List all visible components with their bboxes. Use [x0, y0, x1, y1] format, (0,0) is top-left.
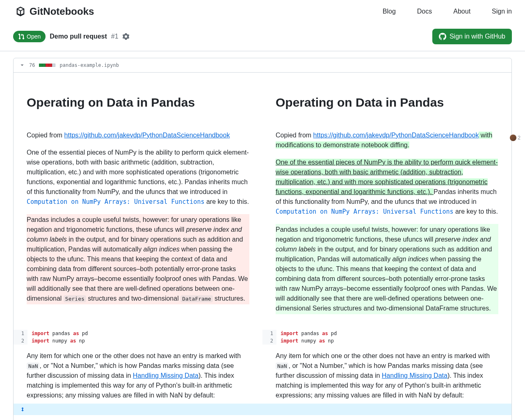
pr-title: Demo pull request [50, 33, 107, 40]
nav-about[interactable]: About [453, 8, 470, 15]
source-link-right[interactable]: https://github.com/jakevdp/PythonDataSci… [313, 132, 479, 139]
top-nav: Blog Docs About Sign in [383, 8, 512, 15]
added-block: Pandas includes a couple useful twists, … [276, 224, 498, 314]
open-label: Open [27, 33, 41, 40]
left-p3: Any item for which one or the other does… [14, 345, 262, 404]
file-header[interactable]: 76 pandas-example.ipynb [14, 58, 511, 73]
heading-left: Operating on Data in Pandas [27, 93, 249, 112]
signin-github-button[interactable]: Sign in with GitHub [432, 29, 512, 44]
brand-name: GitNotebooks [30, 6, 94, 17]
github-icon [439, 33, 446, 40]
gear-icon[interactable] [123, 33, 129, 40]
expand-hunk-row[interactable] [14, 404, 511, 415]
ufuncs-link-right[interactable]: Computation on NumPy Arrays: Universal F… [276, 208, 453, 215]
avatar-icon [510, 135, 516, 141]
file-card: 76 pandas-example.ipynb Operating on Dat… [13, 58, 512, 420]
git-pull-request-icon [18, 33, 25, 40]
heading-right: Operating on Data in Pandas [276, 93, 498, 112]
signin-github-label: Sign in with GitHub [450, 33, 505, 40]
comment-count: 2 [518, 134, 520, 142]
pr-open-badge: Open [13, 31, 46, 42]
ufuncs-link-left[interactable]: Computation on NumPy Arrays: Universal F… [27, 198, 204, 205]
missing-data-link-left[interactable]: Handling Missing Data [133, 372, 199, 379]
left-pane: Operating on Data in Pandas Copied from … [14, 73, 262, 330]
filename: pandas-example.ipynb [59, 62, 119, 68]
brand[interactable]: GitNotebooks [15, 6, 94, 17]
removed-block: Pandas includes a couple useful twists, … [27, 214, 249, 304]
pr-number: #1 [111, 33, 119, 40]
nav-blog[interactable]: Blog [383, 8, 396, 15]
brand-icon [15, 6, 26, 17]
expand-icon[interactable] [14, 404, 32, 415]
diff-stat-squares [39, 64, 55, 67]
chevron-down-icon [19, 62, 25, 68]
nav-signin[interactable]: Sign in [492, 8, 512, 15]
code-line-1: 1import pandas as pd 1import pandas as p… [14, 330, 511, 337]
missing-data-link-right[interactable]: Handling Missing Data [382, 372, 447, 379]
left-p4: If using NaN values is not the desired b… [14, 415, 262, 420]
right-pane: 2 Operating on Data in Pandas Copied fro… [262, 73, 511, 330]
code-line-2: 2import numpy as np 2import numpy as np [14, 337, 511, 345]
right-p4: If using NaN values is not the desired b… [262, 415, 511, 420]
source-link-left[interactable]: https://github.com/jakevdp/PythonDataSci… [64, 132, 230, 139]
diff-count: 76 [29, 62, 35, 68]
comment-avatar-badge[interactable]: 2 [510, 134, 520, 142]
right-p3: Any item for which one or the other does… [262, 345, 511, 404]
nav-docs[interactable]: Docs [417, 8, 432, 15]
